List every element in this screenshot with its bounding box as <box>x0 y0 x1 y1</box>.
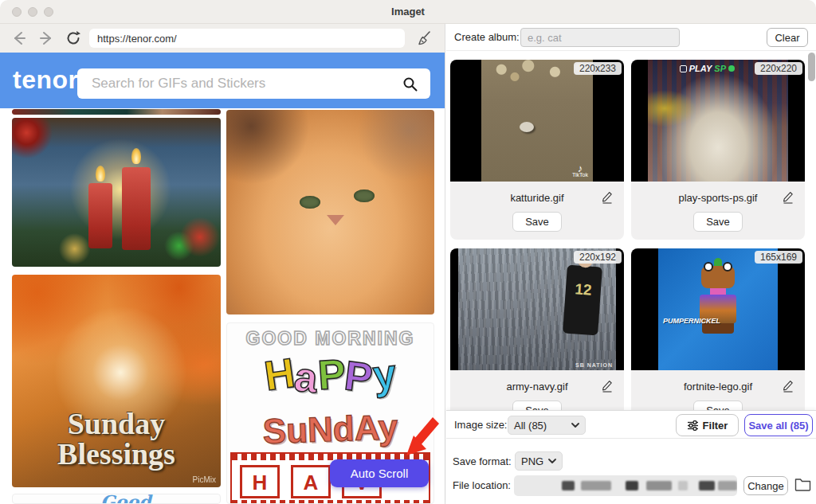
cat-nose-shape <box>327 215 344 225</box>
gif-preview-army-navy: 12 SB NATION <box>458 248 616 370</box>
strip-letter: A <box>291 465 331 498</box>
save-format-label: Save format: <box>453 455 512 467</box>
image-card: PUMPERNICKEL 165x169 fortnite-lego.gif S… <box>631 248 805 410</box>
captured-images-list: ♪TikTok 220x233 katturide.gif Save <box>446 51 816 410</box>
album-bar: Create album: Clear <box>446 24 816 51</box>
strip-letter: H <box>240 465 280 498</box>
reload-icon[interactable] <box>65 30 81 46</box>
create-album-input[interactable] <box>520 28 680 47</box>
tenor-header: tenor <box>0 53 445 108</box>
save-button[interactable]: Save <box>512 400 562 410</box>
image-card: ♪TikTok 220x233 katturide.gif Save <box>450 60 624 240</box>
card-image: PUMPERNICKEL 165x169 <box>631 248 805 370</box>
logo-dot-icon <box>728 65 735 72</box>
save-button[interactable]: Save <box>693 400 743 410</box>
browser-navbar <box>0 24 445 53</box>
change-location-button[interactable]: Change <box>743 476 788 495</box>
gif-thumbnail-sunday-blessings[interactable]: Sunday Blessings PicMix <box>12 275 221 487</box>
gif-preview-fortnite-lego: PUMPERNICKEL <box>658 248 778 370</box>
filename-label: katturide.gif <box>510 192 563 204</box>
gif-thumbnail-christmas-candles[interactable] <box>12 118 221 267</box>
titlebar: Imaget <box>0 0 816 24</box>
app-window: Imaget tenor <box>0 0 816 504</box>
tenor-search-input[interactable] <box>77 68 430 99</box>
fan-shape: 12 <box>563 265 602 336</box>
chevron-down-icon <box>571 423 579 428</box>
chevron-down-icon <box>548 459 556 463</box>
cat-eye-shape <box>354 189 375 202</box>
dimensions-badge: 165x169 <box>755 251 802 264</box>
cat-blob-shape <box>520 122 534 132</box>
card-image: 12 SB NATION 220x192 <box>450 248 624 370</box>
auto-scroll-button[interactable]: Auto Scroll <box>330 459 429 487</box>
save-format-select[interactable]: PNG <box>515 451 563 471</box>
candle-shape <box>122 167 151 250</box>
search-icon[interactable] <box>402 76 418 92</box>
gif-grid: Sunday Blessings PicMix Good GOOD MORNIN… <box>0 108 445 504</box>
logo-box-icon <box>680 65 687 72</box>
playsports-logo: PLAYSP <box>680 64 735 73</box>
dimensions-badge: 220x233 <box>574 62 622 75</box>
window-title: Imaget <box>0 0 816 24</box>
edit-filename-icon[interactable] <box>782 190 794 204</box>
create-album-label: Create album: <box>454 31 520 43</box>
url-input[interactable] <box>89 29 405 48</box>
file-location-label: File location: <box>453 479 511 491</box>
flame-shape <box>96 166 105 182</box>
sbnation-watermark: SB NATION <box>575 362 613 368</box>
file-location-field <box>514 475 737 496</box>
pumpernickel-caption: PUMPERNICKEL <box>663 317 720 325</box>
script-word: Good <box>100 494 151 504</box>
gif-thumbnail-smiling-cat[interactable] <box>226 110 434 315</box>
tiktok-watermark: ♪TikTok <box>572 166 588 178</box>
good-morning-text: GOOD MORNING <box>227 328 434 350</box>
edit-filename-icon[interactable] <box>601 379 613 393</box>
happy-text: HaPPy <box>227 350 434 398</box>
card-image: PLAYSP 220x220 <box>631 60 805 182</box>
save-button[interactable]: Save <box>512 212 562 232</box>
back-icon[interactable] <box>11 30 27 46</box>
cat-eye-shape <box>300 196 320 209</box>
filter-sliders-icon <box>687 420 699 431</box>
filename-label: fortnite-lego.gif <box>684 381 752 393</box>
filter-button[interactable]: Filter <box>676 414 739 436</box>
save-button[interactable]: Save <box>693 212 743 232</box>
gif-thumbnail-partial-top[interactable] <box>12 109 221 115</box>
filename-label: army-navy.gif <box>506 381 567 393</box>
divider <box>446 438 816 439</box>
image-size-label: Image size: <box>454 419 507 431</box>
clean-broom-icon[interactable] <box>416 29 434 47</box>
dimensions-badge: 220x192 <box>574 251 622 264</box>
image-size-select[interactable]: All (85) <box>508 416 586 435</box>
flame-shape <box>131 148 141 164</box>
dimensions-badge: 220x220 <box>755 62 802 75</box>
imaget-panel: Create album: Clear ♪TikTok 220x233 katt… <box>446 24 816 504</box>
browser-pane: tenor Sunday <box>0 24 445 504</box>
scrollbar-thumb[interactable] <box>808 53 815 81</box>
edit-filename-icon[interactable] <box>601 190 613 204</box>
gif-thumbnail-partial-bottom[interactable]: Good <box>12 494 221 504</box>
candle-shape <box>88 183 112 248</box>
red-arrow-annotation <box>403 416 440 457</box>
forward-icon[interactable] <box>38 30 54 46</box>
clear-button[interactable]: Clear <box>767 28 808 47</box>
card-image: ♪TikTok 220x233 <box>450 60 624 182</box>
picmix-watermark: PicMix <box>193 475 216 484</box>
bottom-controls: Image size: All (85) Filter Save all (85… <box>446 410 816 504</box>
image-card: PLAYSP 220x220 play-sports-ps.gif Save <box>631 60 805 240</box>
save-all-button[interactable]: Save all (85) <box>744 414 813 436</box>
gif-preview-katturide: ♪TikTok <box>481 60 593 182</box>
tenor-logo[interactable]: tenor <box>13 65 79 95</box>
image-card: 12 SB NATION 220x192 army-navy.gif Save <box>450 248 624 410</box>
edit-filename-icon[interactable] <box>782 379 794 393</box>
filename-label: play-sports-ps.gif <box>679 192 758 204</box>
folder-icon[interactable] <box>794 476 811 491</box>
sunday-blessings-text: Sunday Blessings <box>12 409 221 470</box>
gif-preview-play-sports <box>648 60 788 182</box>
